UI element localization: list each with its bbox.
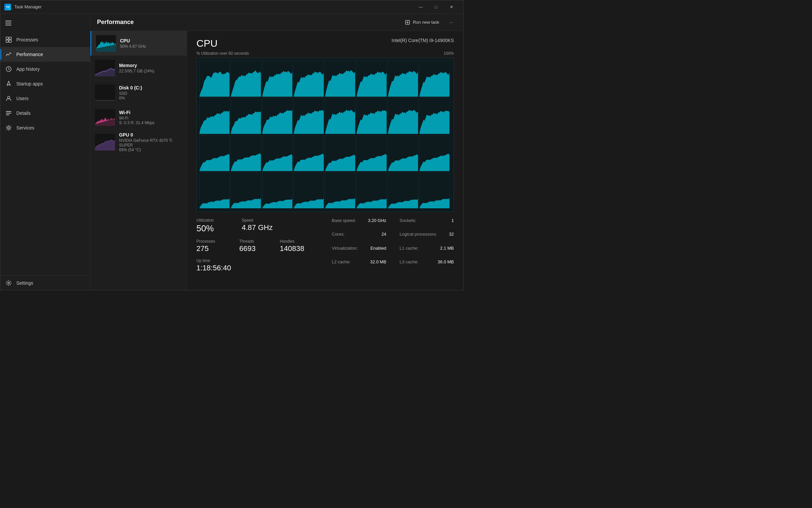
speed-value: 4.87 GHz bbox=[242, 223, 291, 232]
logical-row: Logical processors: 32 bbox=[399, 231, 454, 245]
utilization-speed-row: Utilization 50% Speed 4.87 GHz bbox=[196, 218, 319, 234]
run-new-task-button[interactable]: Run new task bbox=[401, 18, 443, 27]
content-body: CPU 50% 4.87 GHz Memory bbox=[90, 31, 463, 290]
device-item-gpu[interactable]: GPU 0 NVIDIA GeForce RTX 4070 Ti SUPER 6… bbox=[90, 130, 187, 155]
svg-rect-11 bbox=[6, 113, 11, 114]
device-item-cpu[interactable]: CPU 50% 4.87 GHz bbox=[90, 31, 187, 56]
services-icon bbox=[6, 125, 12, 131]
memory-thumbnail bbox=[95, 60, 115, 76]
sidebar: Processes Performance App history Startu… bbox=[0, 14, 90, 290]
uptime-label: Up time bbox=[196, 258, 319, 263]
l3-row: L3 cache: 36.0 MB bbox=[399, 259, 454, 272]
startup-label: Startup apps bbox=[16, 81, 43, 86]
window-controls: — □ ✕ bbox=[413, 0, 459, 14]
device-item-memory[interactable]: Memory 22.5/95.7 GB (24%) bbox=[90, 56, 187, 80]
threads-label: Threads bbox=[239, 239, 270, 244]
svg-rect-6 bbox=[9, 40, 11, 42]
run-task-icon bbox=[405, 20, 410, 25]
device-list: CPU 50% 4.87 GHz Memory bbox=[90, 31, 187, 290]
detail-header: CPU Intel(R) Core(TM) i9-14900KS bbox=[196, 38, 454, 49]
wifi-thumbnail bbox=[95, 109, 115, 126]
page-title: Performance bbox=[97, 19, 134, 26]
speed-label: Speed bbox=[242, 218, 291, 223]
l1-val: 2.1 MB bbox=[440, 246, 454, 259]
processes-label: Processes bbox=[16, 37, 38, 42]
base-speed-val: 3.20 GHz bbox=[368, 218, 386, 231]
utilization-value: 50% bbox=[196, 223, 232, 234]
sidebar-item-services[interactable]: Services bbox=[0, 121, 90, 135]
memory-info: Memory 22.5/95.7 GB (24%) bbox=[119, 63, 182, 74]
sidebar-item-startup-apps[interactable]: Startup apps bbox=[0, 76, 90, 91]
sockets-val: 1 bbox=[451, 218, 454, 231]
app-icon-text: TM bbox=[6, 5, 10, 8]
detail-title: CPU bbox=[196, 38, 218, 49]
specs-section: Base speed: 3.20 GHz Sockets: 1 Cores: 2… bbox=[332, 218, 454, 272]
run-task-label: Run new task bbox=[413, 20, 439, 25]
cores-row: Cores: 24 bbox=[332, 231, 386, 245]
utilization-stat: Utilization 50% bbox=[196, 218, 232, 234]
gpu-info: GPU 0 NVIDIA GeForce RTX 4070 Ti SUPER 6… bbox=[119, 132, 182, 152]
threads-value: 6693 bbox=[239, 244, 270, 253]
header-actions: Run new task ··· bbox=[401, 17, 457, 28]
cores-val: 24 bbox=[381, 231, 386, 245]
main-content: Performance Run new task ··· bbox=[90, 14, 463, 290]
sidebar-item-processes[interactable]: Processes bbox=[0, 32, 90, 47]
sockets-key: Sockets: bbox=[399, 218, 416, 231]
users-label: Users bbox=[16, 96, 29, 101]
processes-threads-row: Processes 275 Threads 6693 Handles 14083… bbox=[196, 239, 319, 253]
processes-icon bbox=[6, 37, 12, 43]
performance-icon bbox=[6, 51, 12, 57]
l3-key: L3 cache: bbox=[399, 259, 418, 272]
details-label: Details bbox=[16, 111, 31, 116]
disk-info: Disk 0 (C:) SSD 0% bbox=[119, 85, 182, 100]
svg-point-9 bbox=[8, 96, 10, 99]
settings-icon bbox=[6, 280, 12, 286]
svg-rect-5 bbox=[9, 37, 11, 39]
cpu-thumbnail bbox=[96, 35, 116, 52]
sidebar-item-users[interactable]: Users bbox=[0, 91, 90, 106]
wifi-info: Wi-Fi Wi-Fi S: 0.3 R: 31.4 Mbps bbox=[119, 110, 182, 125]
sidebar-item-details[interactable]: Details bbox=[0, 106, 90, 121]
device-item-disk[interactable]: Disk 0 (C:) SSD 0% bbox=[90, 80, 187, 105]
l1-key: L1 cache: bbox=[399, 246, 418, 259]
processes-stat-label: Processes bbox=[196, 239, 229, 244]
handles-stat: Handles 140838 bbox=[280, 239, 319, 253]
sidebar-item-settings[interactable]: Settings bbox=[0, 276, 90, 290]
processes-stat: Processes 275 bbox=[196, 239, 229, 253]
l3-val: 36.0 MB bbox=[438, 259, 454, 272]
stats-section: Utilization 50% Speed 4.87 GHz Processes bbox=[196, 218, 454, 272]
maximize-button[interactable]: □ bbox=[429, 0, 444, 14]
device-item-wifi[interactable]: Wi-Fi Wi-Fi S: 0.3 R: 31.4 Mbps bbox=[90, 105, 187, 130]
handles-label: Handles bbox=[280, 239, 319, 244]
processes-value: 275 bbox=[196, 244, 229, 253]
minimize-button[interactable]: — bbox=[413, 0, 429, 14]
graph-max-label: 100% bbox=[443, 51, 454, 56]
l2-val: 32.0 MB bbox=[370, 259, 386, 272]
wifi-name: Wi-Fi bbox=[119, 110, 182, 115]
hamburger-button[interactable] bbox=[0, 16, 16, 30]
startup-icon bbox=[6, 81, 12, 87]
graph-label: % Utilization over 60 seconds 100% bbox=[196, 51, 454, 56]
speed-stat: Speed 4.87 GHz bbox=[242, 218, 291, 234]
utilization-label: Utilization bbox=[196, 218, 232, 223]
sidebar-item-app-history[interactable]: App history bbox=[0, 62, 90, 76]
sidebar-item-performance[interactable]: Performance bbox=[0, 47, 90, 62]
l1-row: L1 cache: 2.1 MB bbox=[399, 246, 454, 259]
uptime-value: 1:18:56:40 bbox=[196, 264, 319, 272]
sidebar-top bbox=[0, 14, 90, 32]
svg-rect-4 bbox=[6, 40, 8, 42]
gpu-thumbnail bbox=[95, 134, 115, 151]
more-options-button[interactable]: ··· bbox=[446, 17, 457, 28]
svg-point-14 bbox=[8, 282, 10, 284]
app-body: Processes Performance App history Startu… bbox=[0, 14, 463, 290]
base-speed-key: Base speed: bbox=[332, 218, 356, 231]
gpu-name: GPU 0 bbox=[119, 132, 182, 137]
cores-key: Cores: bbox=[332, 231, 344, 245]
disk-thumbnail bbox=[95, 84, 115, 101]
cpu-name: CPU bbox=[120, 38, 182, 43]
detail-subtitle: Intel(R) Core(TM) i9-14900KS bbox=[391, 38, 454, 43]
svg-rect-10 bbox=[6, 111, 11, 112]
svg-rect-20 bbox=[95, 84, 115, 101]
close-button[interactable]: ✕ bbox=[444, 0, 459, 14]
performance-label: Performance bbox=[16, 52, 43, 57]
